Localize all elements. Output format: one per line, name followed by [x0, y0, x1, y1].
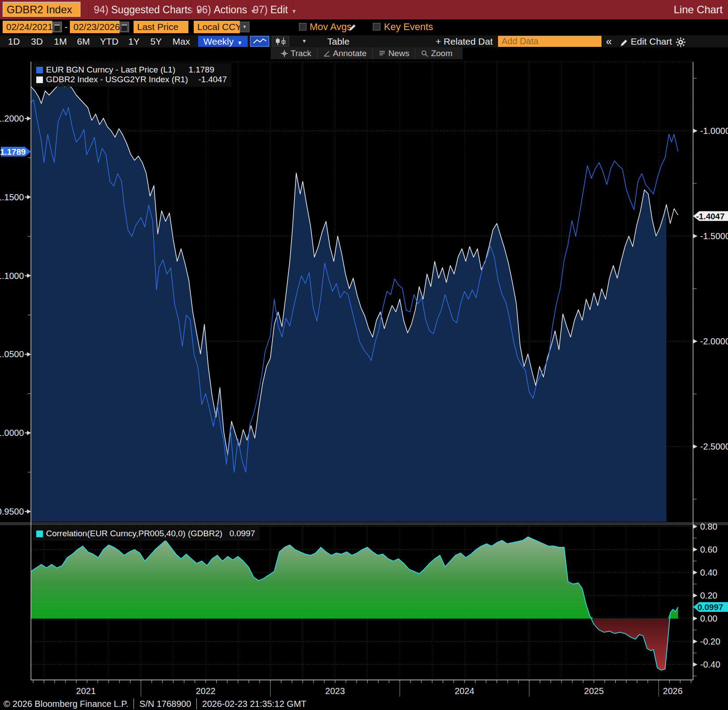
frequency-select[interactable]: Weekly▼ [198, 36, 248, 47]
chevron-down-icon: ▼ [237, 40, 242, 46]
tick-arrow [27, 431, 31, 435]
mov-avgs-checkbox[interactable] [299, 23, 307, 31]
axis-tick-label: 0.80 [700, 522, 717, 531]
tick-arrow [693, 616, 697, 621]
tick-arrow [693, 593, 697, 598]
last-price-badge-eur-text: 1.1789 [0, 147, 26, 157]
range-6m[interactable]: 6M [77, 35, 90, 47]
correlation-legend: Correlation(EUR Curncy,PR005,40,0) (GDBR… [33, 527, 260, 541]
chart-type-dropdown[interactable]: ▼ [302, 35, 307, 47]
copyright-text: © 2026 Bloomberg Finance L.P. [4, 699, 128, 709]
tick-arrow [27, 509, 31, 514]
date-range-separator: - [65, 21, 68, 33]
legend-item-spread[interactable]: GDBR2 Index - USGG2YR Index (R1) -1.4047 [36, 75, 227, 84]
date-to-field[interactable]: 02/23/2026 [70, 21, 119, 33]
divider [88, 2, 89, 18]
correlation-positive-area [31, 537, 678, 618]
currency-select[interactable]: Local CCY [194, 21, 240, 33]
range-5y[interactable]: 5Y [150, 35, 162, 47]
magnifier-icon [421, 50, 428, 57]
axis-tick-label: 0.20 [700, 591, 717, 600]
divider [191, 2, 192, 18]
date-from-field[interactable]: 02/24/2021 [3, 21, 52, 33]
axis-tick-label: -1.5000 [700, 231, 728, 241]
chart-canvas[interactable]: 1.20001.15001.10001.05001.00000.9500-1.0… [0, 0, 728, 710]
series-last-value: -1.4047 [194, 75, 227, 84]
news-icon [379, 50, 386, 57]
chevron-down-icon: ▼ [291, 8, 297, 15]
axis-tick-label: 1.0000 [0, 428, 24, 438]
field-bar: 02/24/2021 - 02/23/2026 Last Price Local… [0, 19, 728, 35]
last-price-badge-spread-text: -1.4047 [696, 212, 724, 221]
range-3d[interactable]: 3D [31, 35, 43, 47]
series-swatch-blue [36, 67, 43, 73]
menu-number: 97) [253, 4, 268, 15]
tick-arrow [27, 195, 31, 199]
mov-avgs-label[interactable]: Mov Avgs [310, 21, 352, 33]
collapse-button[interactable]: « [606, 35, 612, 47]
range-1d[interactable]: 1D [8, 35, 20, 47]
line-chart-type-button[interactable] [250, 36, 269, 47]
axis-tick-label: 1.0500 [0, 349, 24, 359]
range-ytd[interactable]: YTD [100, 35, 119, 47]
timestamp: 2026-02-23 21:35:12 GMT [202, 699, 307, 709]
gear-icon[interactable] [676, 37, 686, 48]
x-axis-year-label: 2022 [196, 686, 216, 696]
annotate-button[interactable]: Annotate [318, 49, 373, 58]
spread-area-fill [31, 83, 667, 522]
divider [196, 699, 197, 709]
news-button[interactable]: News [373, 49, 416, 58]
range-1m[interactable]: 1M [54, 35, 67, 47]
bloomberg-terminal-window: 1.20001.15001.10001.05001.00000.9500-1.0… [0, 0, 728, 710]
x-axis-year-label: 2021 [76, 686, 96, 696]
tick-arrow [693, 662, 697, 667]
range-1y[interactable]: 1Y [128, 35, 140, 47]
axis-tick-label: -2.0000 [700, 336, 728, 346]
axis-tick-label: 0.40 [700, 568, 717, 577]
axis-tick-label: 1.1000 [0, 271, 24, 281]
axis-tick-label: -0.20 [700, 637, 720, 646]
x-axis-year-label: 2026 [663, 686, 683, 696]
menu-actions[interactable]: 96)Actions▼ [196, 0, 256, 19]
table-button[interactable]: Table [327, 35, 349, 47]
axis-tick-label: 0.9500 [0, 507, 24, 516]
track-button[interactable]: Track [275, 49, 318, 58]
title-bar: GDBR2 Index 94)Suggested Charts▼ 96)Acti… [0, 0, 728, 19]
add-data-input[interactable] [498, 36, 602, 47]
legend-item-eur[interactable]: EUR BGN Curncy - Last Price (L1) 1.1789 [36, 65, 227, 75]
ticker-input[interactable]: GDBR2 Index [3, 2, 80, 17]
tick-arrow [693, 570, 697, 575]
axis-tick-label: 1.2000 [0, 114, 24, 123]
price-field-select[interactable]: Last Price [134, 21, 188, 33]
calendar-icon[interactable] [119, 22, 129, 32]
tick-arrow [27, 116, 31, 121]
tick-arrow [693, 339, 697, 344]
menu-edit[interactable]: 97)Edit▼ [253, 0, 297, 19]
range-max[interactable]: Max [172, 35, 190, 47]
key-events-label[interactable]: Key Events [384, 21, 433, 33]
correlation-negative-area [31, 618, 678, 670]
axis-tick-label: 0.60 [700, 545, 717, 554]
legend-item-correlation[interactable]: Correlation(EUR Curncy,PR005,40,0) (GDBR… [36, 529, 255, 538]
candle-chart-type-button[interactable] [272, 36, 289, 47]
currency-dropdown-button[interactable]: ▼ [240, 22, 249, 32]
edit-chart-button[interactable]: Edit Chart [631, 35, 672, 47]
axis-tick-label: 0.00 [700, 614, 717, 623]
key-events-checkbox[interactable] [373, 23, 380, 31]
pencil-icon[interactable] [349, 23, 356, 31]
tick-arrow [693, 444, 697, 449]
panel-divider [0, 522, 728, 525]
related-data-button[interactable]: + Related Dat [436, 35, 493, 47]
axis-tick-label: -1.0000 [700, 126, 728, 136]
series-swatch-white [36, 76, 43, 83]
menu-suggested-charts[interactable]: 94)Suggested Charts▼ [94, 0, 201, 19]
axis-tick-label: 1.1500 [0, 192, 24, 202]
track-crosshair-icon [281, 50, 288, 57]
zoom-button[interactable]: Zoom [415, 49, 458, 58]
divider [134, 699, 134, 709]
calendar-icon[interactable] [52, 22, 62, 32]
tick-arrow [693, 639, 697, 644]
pencil-icon [620, 37, 628, 48]
series-last-value: 0.0997 [229, 529, 255, 538]
main-chart-legend: EUR BGN Curncy - Last Price (L1) 1.1789 … [33, 63, 231, 87]
